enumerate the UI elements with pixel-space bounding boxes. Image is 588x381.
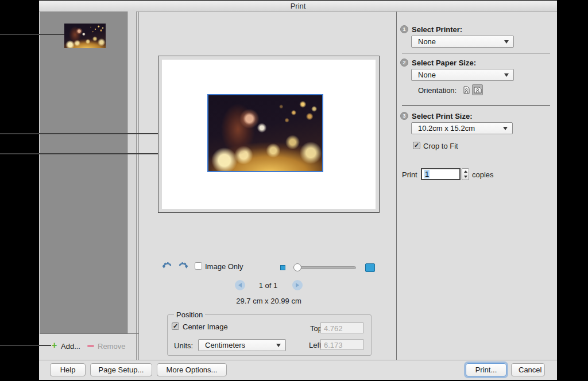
crop-to-fit-checkbox[interactable]: ✓: [413, 142, 420, 149]
panel-divider-right: [396, 11, 397, 360]
sidebar-bottom-border: [40, 333, 139, 334]
portrait-page-icon: [463, 86, 470, 94]
paper-size-dropdown[interactable]: None: [411, 69, 514, 81]
thumbnail-sidebar: [40, 11, 127, 333]
add-button[interactable]: Add...: [61, 342, 80, 351]
callout-line-thumbnail: [0, 34, 64, 35]
stepper-down-icon: [464, 176, 467, 178]
print-size-dropdown[interactable]: 10.2cm x 15.2cm: [411, 122, 513, 134]
chevron-down-icon: [276, 344, 281, 347]
callout-line-page: [0, 133, 158, 134]
units-value: Centimeters: [205, 341, 276, 349]
orientation-label: Orientation:: [418, 86, 457, 95]
print-size-value: 10.2cm x 15.2cm: [418, 124, 503, 133]
previous-arrow-icon: [238, 283, 242, 287]
chevron-down-icon: [504, 40, 509, 44]
panel-divider-left-a: [136, 11, 137, 360]
next-arrow-icon: [296, 283, 299, 287]
print-button[interactable]: Print...: [466, 363, 506, 376]
zoom-in-icon[interactable]: [365, 263, 375, 272]
crop-to-fit-label: Crop to Fit: [423, 142, 458, 150]
chevron-down-icon: [503, 127, 508, 130]
image-thumbnail[interactable]: [64, 24, 106, 48]
dialog-title: Print: [39, 1, 557, 12]
select-paper-size-label: Select Paper Size:: [412, 59, 476, 67]
copies-input[interactable]: 1: [421, 168, 461, 180]
step-divider-1: [402, 53, 550, 53]
step-1-badge: 1: [400, 25, 408, 33]
sidebar-scrollbar[interactable]: [127, 11, 137, 333]
panel-divider-left-b: [138, 11, 139, 360]
rotate-left-icon: [161, 262, 173, 273]
remove-icon: [87, 345, 94, 347]
copies-suffix-label: copies: [472, 170, 494, 179]
print-dialog-screen: Print + Add... Remove Image O: [0, 0, 588, 381]
callout-line-add: [0, 345, 51, 346]
print-preview-image[interactable]: [207, 94, 323, 172]
step-divider-2: [402, 105, 550, 106]
image-only-checkbox[interactable]: [195, 262, 202, 270]
paper-size-value: None: [418, 71, 504, 79]
previous-page-button[interactable]: [235, 280, 245, 290]
orientation-landscape-button[interactable]: [472, 84, 483, 95]
copies-value: 1: [424, 170, 430, 178]
next-page-button[interactable]: [292, 280, 303, 290]
image-only-label: Image Only: [205, 262, 243, 271]
help-button[interactable]: Help: [50, 363, 86, 376]
page-indicator: 1 of 1: [251, 281, 285, 290]
units-dropdown[interactable]: Centimeters: [198, 339, 286, 351]
more-options-button[interactable]: More Options...: [157, 363, 227, 376]
copies-stepper[interactable]: [462, 168, 469, 180]
zoom-slider-thumb[interactable]: [293, 263, 301, 271]
select-printer-label: Select Printer:: [412, 25, 462, 34]
zoom-slider-track[interactable]: [294, 266, 356, 269]
step-3-badge: 3: [400, 112, 408, 120]
zoom-out-icon[interactable]: [280, 265, 285, 270]
printer-value: None: [418, 37, 504, 46]
select-print-size-label: Select Print Size:: [412, 112, 472, 120]
units-label: Units:: [174, 341, 193, 350]
print-copies-label: Print: [402, 170, 417, 179]
rotate-left-button[interactable]: [161, 262, 173, 273]
center-image-checkbox[interactable]: ✓: [172, 322, 179, 330]
rotate-right-icon: [177, 262, 189, 273]
chevron-down-icon: [504, 73, 509, 77]
add-icon: +: [52, 341, 57, 349]
step-2-badge: 2: [400, 59, 408, 67]
page-setup-button[interactable]: Page Setup...: [90, 363, 152, 376]
stepper-up-icon: [464, 170, 467, 173]
landscape-page-icon: [474, 87, 482, 94]
orientation-portrait-button[interactable]: [461, 84, 471, 95]
remove-button[interactable]: Remove: [98, 342, 125, 351]
left-field[interactable]: 6.173: [320, 339, 363, 350]
cancel-button[interactable]: Cancel: [511, 363, 545, 376]
rotate-right-button[interactable]: [177, 262, 189, 273]
printer-dropdown[interactable]: None: [411, 36, 514, 48]
paper-dimensions: 29.7 cm x 20.99 cm: [223, 297, 315, 305]
position-group-label: Position: [174, 310, 205, 319]
center-image-label: Center Image: [183, 322, 228, 331]
top-field[interactable]: 4.762: [320, 322, 363, 333]
